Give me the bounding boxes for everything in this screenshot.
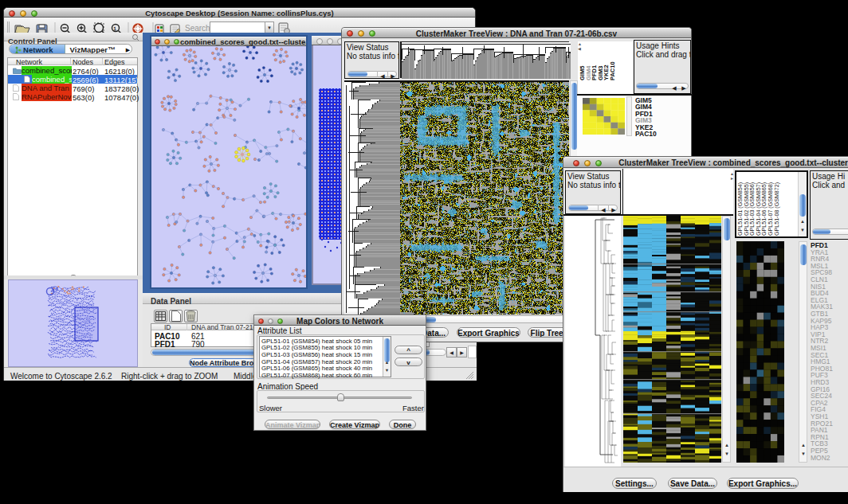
svg-text:1: 1 — [114, 26, 117, 31]
